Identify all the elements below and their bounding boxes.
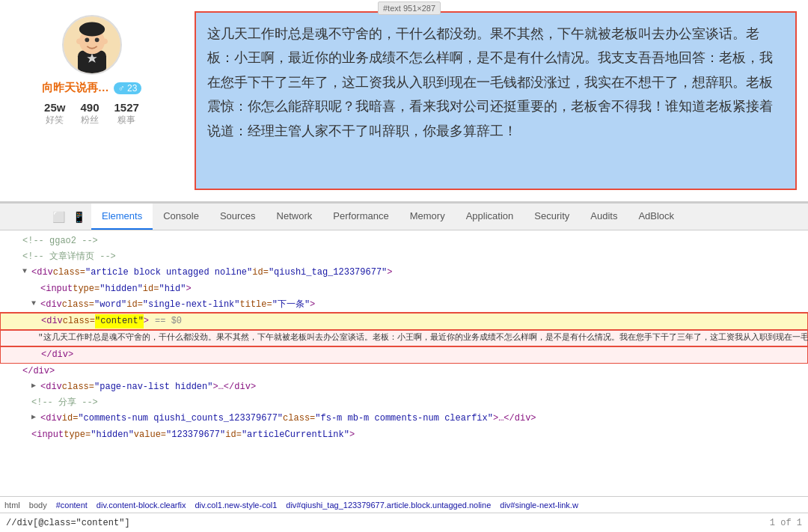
stat-number-funny: 25w (44, 101, 65, 114)
article-text: 这几天工作时总是魂不守舍的，干什么都没劲。果不其然，下午就被老板叫去办公室谈话。… (195, 11, 797, 190)
code-line-comment-share[interactable]: <!-- 分享 --> (0, 395, 808, 411)
svg-point-7 (94, 38, 99, 43)
svg-point-5 (102, 38, 108, 44)
profile-section: 向昨天说再… ♂ 23 25w 好笑 490 粉丝 1527 糗事 (0, 0, 183, 201)
content-area: #text 951×287 这几天工作时总是魂不守舍的，干什么都没劲。果不其然，… (183, 0, 808, 201)
devtools-panel: ⬜ 📱 Elements Console Sources Network Per… (0, 202, 808, 532)
code-line-div-article[interactable]: ▼ <div class="article block untagged nol… (0, 265, 808, 281)
tab-memory[interactable]: Memory (400, 204, 456, 230)
expand-arrow-word[interactable]: ▼ (31, 298, 40, 310)
device-toolbar-icon[interactable]: 📱 (72, 210, 85, 224)
stat-item-funny: 25w 好笑 (44, 101, 65, 126)
stat-number-posts: 1527 (114, 101, 139, 114)
code-line-input-article[interactable]: <input type="hidden" value="123379677" i… (0, 427, 808, 443)
stats-row: 25w 好笑 490 粉丝 1527 糗事 (44, 101, 139, 126)
breadcrumb-body[interactable]: body (25, 501, 52, 510)
username-row: 向昨天说再… ♂ 23 (42, 81, 142, 95)
devtools-tab-icons: ⬜ 📱 (45, 204, 91, 230)
code-line-text-content[interactable]: "这几天工作时总是魂不守舍的，干什么都没劲。果不其然，下午就被老板叫去办公室谈话… (0, 330, 808, 346)
avatar (62, 15, 122, 75)
breadcrumb-bar: html body #content div.content-block.cle… (0, 496, 808, 513)
svg-point-6 (85, 38, 89, 43)
code-line-comment-ggao2[interactable]: <!-- ggao2 --> (0, 233, 808, 249)
tab-sources[interactable]: Sources (209, 204, 266, 230)
xpath-input[interactable] (6, 518, 764, 528)
stat-label-funny: 好笑 (46, 114, 64, 126)
tab-audits[interactable]: Audits (580, 204, 628, 230)
code-line-page-nav[interactable]: ▶ <div class="page-nav-list hidden" >…</… (0, 379, 808, 395)
tab-security[interactable]: Security (524, 204, 580, 230)
tab-console[interactable]: Console (153, 204, 209, 230)
xpath-bar: 1 of 1 (0, 513, 808, 532)
breadcrumb-div-single[interactable]: div#single-next-link.w (495, 501, 583, 510)
username[interactable]: 向昨天说再… (42, 81, 109, 95)
code-line-comment-article[interactable]: <!-- 文章详情页 --> (0, 249, 808, 265)
code-line-word-close[interactable]: </div> (0, 364, 808, 379)
tab-application[interactable]: Application (456, 204, 524, 230)
expand-arrow-article[interactable]: ▼ (22, 266, 31, 278)
expand-arrow-page-nav[interactable]: ▶ (31, 380, 40, 392)
webpage-area: 向昨天说再… ♂ 23 25w 好笑 490 粉丝 1527 糗事 #text … (0, 0, 808, 202)
svg-point-3 (79, 22, 104, 37)
code-line-div-comments[interactable]: ▶ <div id="comments-num qiushi_counts_12… (0, 411, 808, 426)
breadcrumb-html[interactable]: html (0, 501, 25, 510)
code-line-div-close[interactable]: </div> (0, 346, 808, 364)
stat-item-fans: 490 粉丝 (80, 101, 99, 126)
breadcrumb-content[interactable]: #content (52, 501, 92, 510)
tab-elements[interactable]: Elements (91, 204, 153, 230)
tab-adblock[interactable]: AdBlock (628, 204, 685, 230)
code-line-input-hid[interactable]: <input type="hidden" id="hid" > (0, 281, 808, 297)
breadcrumb-div-col1[interactable]: div.col1.new-style-col1 (190, 501, 281, 510)
stat-number-fans: 490 (80, 101, 99, 114)
tab-network[interactable]: Network (266, 204, 323, 230)
expand-arrow-comments[interactable]: ▶ (31, 412, 40, 424)
stat-label-fans: 粉丝 (81, 114, 99, 126)
code-line-div-word[interactable]: ▼ <div class="word" id="single-next-link… (0, 297, 808, 313)
gender-badge: ♂ 23 (114, 82, 142, 94)
svg-point-4 (76, 38, 82, 44)
devtools-elements-panel[interactable]: <!-- ggao2 --> <!-- 文章详情页 --> ▼ <div cla… (0, 230, 808, 496)
xpath-count: 1 of 1 (770, 518, 802, 528)
tab-performance[interactable]: Performance (322, 204, 399, 230)
inspect-element-icon[interactable]: ⬜ (51, 210, 66, 224)
devtools-tabs: ⬜ 📱 Elements Console Sources Network Per… (0, 204, 808, 230)
breadcrumb-div-clearfix[interactable]: div.content-block.clearfix (92, 501, 191, 510)
text-badge: #text 951×287 (378, 1, 441, 15)
code-line-div-content[interactable]: < div class="content" > == $0 (0, 313, 808, 330)
breadcrumb-div-qiushi[interactable]: div#qiushi_tag_123379677.article.block.u… (281, 501, 495, 510)
stat-label-posts: 糗事 (117, 114, 135, 126)
stat-item-posts: 1527 糗事 (114, 101, 139, 126)
